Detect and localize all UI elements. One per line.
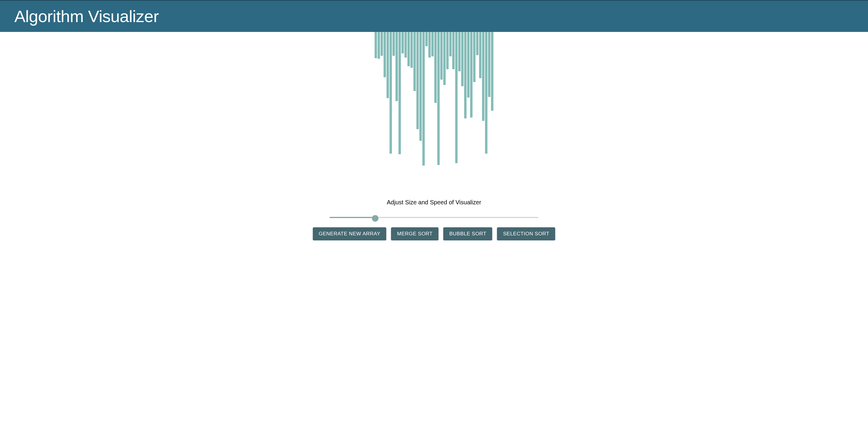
visualizer-bar (434, 32, 437, 103)
visualizer-bar (488, 32, 490, 97)
visualizer-bar (479, 32, 482, 78)
app-title: Algorithm Visualizer (14, 6, 854, 26)
visualizer-bar (440, 32, 443, 79)
visualizer-bar (446, 32, 448, 69)
visualizer-bar (461, 32, 464, 86)
visualizer-bar (399, 32, 401, 154)
merge-sort-button[interactable]: MERGE SORT (391, 227, 438, 240)
visualizer-bar (396, 32, 398, 101)
visualizer-bar (390, 32, 392, 154)
visualizer-bar (449, 32, 452, 56)
visualizer-bar (467, 32, 469, 98)
visualizer-bar (437, 32, 440, 165)
visualizer-bar (485, 32, 488, 154)
visualizer-bar (455, 32, 458, 163)
speed-size-slider[interactable] (330, 218, 538, 219)
visualizer-bar (386, 32, 389, 98)
controls-panel: Adjust Size and Speed of Visualizer GENE… (313, 199, 556, 240)
visualizer-bar (383, 32, 386, 77)
visualizer-bar (416, 32, 419, 129)
selection-sort-button[interactable]: SELECTION SORT (497, 227, 555, 240)
app-header: Algorithm Visualizer (0, 0, 868, 32)
visualizer-bar (410, 32, 413, 68)
visualizer-bar (428, 32, 431, 58)
slider-label: Adjust Size and Speed of Visualizer (387, 199, 482, 206)
visualizer-bar (420, 32, 422, 141)
visualizer-bar (443, 32, 446, 85)
visualizer-bar (401, 32, 404, 54)
visualizer-bar (404, 32, 407, 58)
visualizer-bar (413, 32, 416, 91)
visualizer-bar (393, 32, 395, 56)
visualizer-bar (375, 32, 377, 58)
visualizer-bar (431, 32, 434, 56)
visualizer-bar (452, 32, 455, 69)
visualizer-bar (482, 32, 485, 121)
main-content: Adjust Size and Speed of Visualizer GENE… (0, 32, 868, 240)
visualizer-bar (425, 32, 428, 46)
visualizer-bar (458, 32, 461, 71)
visualizer-bar (380, 32, 383, 56)
visualizer-bar (464, 32, 467, 119)
buttons-row: GENERATE NEW ARRAY MERGE SORT BUBBLE SOR… (313, 227, 556, 240)
visualizer-bar (476, 32, 478, 55)
visualizer-bar (422, 32, 425, 166)
visualizer-bar (407, 32, 410, 66)
bubble-sort-button[interactable]: BUBBLE SORT (443, 227, 492, 240)
visualizer-bar (473, 32, 475, 82)
visualizer-bar (378, 32, 380, 59)
visualizer-bar (491, 32, 493, 111)
slider-wrapper (330, 215, 538, 220)
visualizer-bars (375, 32, 493, 181)
visualizer-bar (470, 32, 472, 118)
generate-array-button[interactable]: GENERATE NEW ARRAY (313, 227, 386, 240)
